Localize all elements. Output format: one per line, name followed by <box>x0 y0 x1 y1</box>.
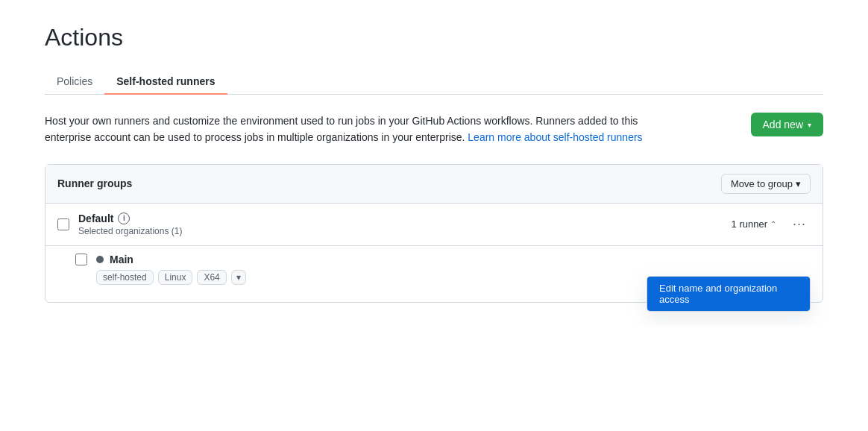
add-new-button[interactable]: Add new ▾ <box>751 113 823 136</box>
move-to-group-chevron-icon: ▾ <box>796 178 801 189</box>
runner-group-name: Default <box>78 213 113 224</box>
runner-group-row-default: Default i Selected organizations (1) 1 r… <box>45 204 823 246</box>
runner-count-value: 1 runner <box>732 218 767 230</box>
add-new-chevron-icon: ▾ <box>808 121 811 129</box>
page-title: Actions <box>45 24 823 51</box>
info-icon[interactable]: i <box>118 213 130 224</box>
move-to-group-button[interactable]: Move to group ▾ <box>721 174 811 194</box>
description-section: Host your own runners and customize the … <box>45 113 823 146</box>
add-new-label: Add new <box>763 119 803 130</box>
sub-runner-checkbox-main[interactable] <box>75 254 87 265</box>
sub-runner-name: Main <box>110 254 133 265</box>
runner-groups-title: Runner groups <box>57 177 132 189</box>
sub-runner-row-main: Main self-hosted Linux X64 ▾ Edit name a… <box>45 246 823 302</box>
sub-runner-right: Edit name and organization access ··· <box>788 255 811 295</box>
runner-group-sub: Selected organizations (1) <box>78 226 732 236</box>
move-to-group-label: Move to group <box>731 178 793 189</box>
runner-status-dot <box>96 256 104 263</box>
runner-group-info: Default i Selected organizations (1) <box>78 213 732 236</box>
runner-count: 1 runner ⌃ <box>732 218 776 230</box>
sub-runner-name-row: Main <box>96 254 788 265</box>
tag-self-hosted: self-hosted <box>96 270 154 285</box>
tag-more-button[interactable]: ▾ <box>231 270 246 285</box>
runner-group-name-row: Default i <box>78 213 732 224</box>
runner-group-more-options-button[interactable]: ··· <box>788 215 811 233</box>
expand-collapse-icon[interactable]: ⌃ <box>770 220 776 228</box>
runner-group-sub-label: Selected organizations (1) <box>78 226 182 236</box>
learn-more-link[interactable]: Learn more about self-hosted runners <box>468 131 642 143</box>
runner-group-checkbox-default[interactable] <box>57 218 69 230</box>
edit-name-org-access-menu-item[interactable]: Edit name and organization access <box>647 277 810 311</box>
context-menu: Edit name and organization access <box>647 276 811 312</box>
runner-group-right: 1 runner ⌃ ··· <box>732 215 811 233</box>
runner-groups-header: Runner groups Move to group ▾ <box>45 165 823 204</box>
tag-x64: X64 <box>197 270 226 285</box>
tabs-container: Policies Self-hosted runners <box>45 69 823 95</box>
description-text: Host your own runners and customize the … <box>45 113 656 146</box>
tab-policies[interactable]: Policies <box>45 69 104 95</box>
tab-self-hosted-runners[interactable]: Self-hosted runners <box>104 69 227 95</box>
runner-groups-card: Runner groups Move to group ▾ Default i … <box>45 164 823 303</box>
tag-linux: Linux <box>158 270 193 285</box>
